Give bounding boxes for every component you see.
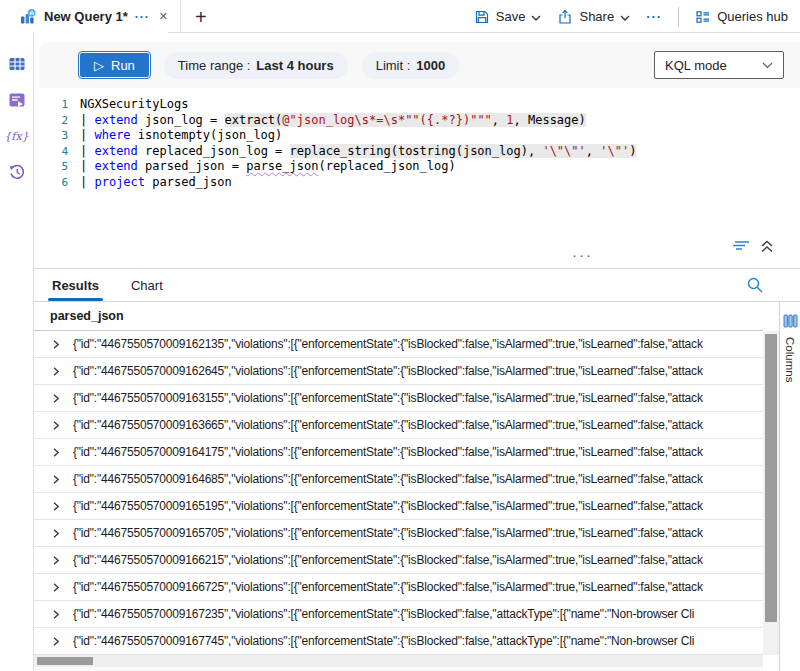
code-token: json_log = (138, 113, 225, 127)
code-text: | extend json_log = extract(@"json_log\s… (80, 113, 586, 129)
table-row[interactable]: {"id":"4467550570009162645","violations"… (34, 358, 763, 385)
row-json-text: {"id":"4467550570009162135","violations"… (73, 337, 703, 351)
tab-chart[interactable]: Chart (129, 269, 165, 301)
row-json-text: {"id":"4467550570009166215","violations"… (73, 553, 703, 567)
functions-icon[interactable]: {fx} (8, 127, 26, 145)
query-editor[interactable]: 1NGXSecurityLogs 2| extend json_log = ex… (34, 88, 800, 239)
code-token: | (80, 113, 94, 127)
code-token: @"json_log\s*=\s*""({.*?})""" (282, 113, 492, 127)
code-text: | extend parsed_json = parse_json(replac… (80, 159, 456, 175)
line-number: 1 (34, 97, 68, 113)
code-token: (replaced_json_log) (318, 159, 455, 173)
results-tabs: Results Chart (34, 269, 800, 302)
code-line[interactable]: 3| where isnotempty(json_log) (34, 128, 800, 144)
table-row[interactable]: {"id":"4467550570009164175","violations"… (34, 439, 763, 466)
table-row[interactable]: {"id":"4467550570009166725","violations"… (34, 574, 763, 601)
expand-chevron-icon[interactable] (51, 447, 61, 458)
expand-chevron-icon[interactable] (51, 555, 61, 566)
left-rail: {fx} (0, 33, 34, 671)
share-button[interactable]: Share (557, 9, 630, 25)
expand-chevron-icon[interactable] (51, 420, 61, 431)
vertical-scrollbar-thumb[interactable] (765, 334, 777, 622)
divider (678, 7, 679, 27)
code-token: | (80, 144, 94, 158)
table-row[interactable]: {"id":"4467550570009167235","violations"… (34, 601, 763, 628)
query-tab[interactable]: New Query 1* ··· ✕ (7, 0, 181, 33)
splitter-handle[interactable]: ··· (572, 246, 593, 263)
chevron-down-icon (762, 62, 773, 69)
chevron-down-icon (620, 15, 630, 21)
save-button[interactable]: Save (474, 9, 542, 25)
code-token: '\"' (600, 144, 629, 158)
save-label: Save (496, 9, 526, 24)
code-line[interactable]: 4| extend replaced_json_log = replace_st… (34, 144, 800, 160)
query-editor-icon[interactable] (8, 91, 26, 109)
share-label: Share (579, 9, 614, 24)
time-range-picker[interactable]: Time range : Last 4 hours (164, 52, 348, 79)
table-row[interactable]: {"id":"4467550570009165705","violations"… (34, 520, 763, 547)
row-json-text: {"id":"4467550570009164175","violations"… (73, 445, 703, 459)
code-line[interactable]: 2| extend json_log = extract(@"json_log\… (34, 113, 800, 129)
kql-mode-select[interactable]: KQL mode (654, 51, 784, 79)
line-number: 5 (34, 159, 68, 175)
bottom-filler (34, 667, 763, 671)
table-row[interactable]: {"id":"4467550570009163665","violations"… (34, 412, 763, 439)
column-header-parsed-json[interactable]: parsed_json (34, 302, 763, 331)
row-json-text: {"id":"4467550570009167235","violations"… (73, 607, 694, 621)
limit-picker[interactable]: Limit : 1000 (362, 52, 460, 79)
tab-results[interactable]: Results (50, 269, 101, 301)
expand-chevron-icon[interactable] (51, 501, 61, 512)
search-icon[interactable] (746, 276, 764, 298)
table-row[interactable]: {"id":"4467550570009162135","violations"… (34, 331, 763, 358)
panel-splitter[interactable]: ··· (34, 253, 800, 268)
tab-more-icon[interactable]: ··· (135, 10, 150, 24)
columns-panel-toggle[interactable]: Columns (779, 302, 800, 671)
table-row[interactable]: {"id":"4467550570009163155","violations"… (34, 385, 763, 412)
queries-hub-button[interactable]: Queries hub (695, 9, 788, 25)
tab-bar: New Query 1* ··· ✕ + Save (0, 0, 800, 33)
table-row[interactable]: {"id":"4467550570009165195","violations"… (34, 493, 763, 520)
table-row[interactable]: {"id":"4467550570009164685","violations"… (34, 466, 763, 493)
row-json-text: {"id":"4467550570009165195","violations"… (73, 499, 703, 513)
code-token: | (80, 159, 94, 173)
new-tab-button[interactable]: + (195, 7, 207, 27)
code-line[interactable]: 6| project parsed_json (34, 175, 800, 191)
code-token: '\"\"' (542, 144, 585, 158)
code-token: extend (94, 159, 137, 173)
queries-hub-icon (695, 9, 711, 25)
horizontal-scrollbar-thumb[interactable] (37, 657, 93, 665)
results-panel: Results Chart parsed_json {"id":"4467550… (34, 268, 800, 671)
code-token: parsed_json = (138, 159, 246, 173)
expand-chevron-icon[interactable] (51, 366, 61, 377)
expand-chevron-icon[interactable] (51, 582, 61, 593)
vertical-scrollbar[interactable] (763, 331, 779, 655)
query-toolbar: ▷ Run Time range : Last 4 hours Limit : … (39, 42, 800, 88)
table-row[interactable]: {"id":"4467550570009166215","violations"… (34, 547, 763, 574)
row-json-text: {"id":"4467550570009163665","violations"… (73, 418, 703, 432)
row-json-text: {"id":"4467550570009162645","violations"… (73, 364, 703, 378)
horizontal-scrollbar[interactable] (34, 655, 763, 667)
code-line[interactable]: 1NGXSecurityLogs (34, 97, 800, 113)
expand-chevron-icon[interactable] (51, 636, 61, 647)
line-number: 3 (34, 128, 68, 144)
format-lines-icon[interactable] (732, 240, 750, 252)
expand-chevron-icon[interactable] (51, 393, 61, 404)
expand-chevron-icon[interactable] (51, 609, 61, 620)
collapse-editor-icon[interactable] (760, 240, 774, 253)
table-row[interactable]: {"id":"4467550570009167745","violations"… (34, 628, 763, 655)
row-json-text: {"id":"4467550570009166725","violations"… (73, 580, 703, 594)
run-button[interactable]: ▷ Run (79, 52, 150, 78)
tab-close-icon[interactable]: ✕ (159, 10, 168, 23)
expand-chevron-icon[interactable] (51, 474, 61, 485)
results-body: parsed_json {"id":"4467550570009162135",… (34, 302, 800, 671)
expand-chevron-icon[interactable] (51, 528, 61, 539)
code-token: replaced_json_log = (138, 144, 290, 158)
code-token: extend (94, 144, 137, 158)
code-line[interactable]: 5| extend parsed_json = parse_json(repla… (34, 159, 800, 175)
save-icon (474, 9, 490, 25)
tables-icon[interactable] (8, 55, 26, 73)
expand-chevron-icon[interactable] (51, 339, 61, 350)
history-icon[interactable] (8, 163, 26, 181)
more-actions-button[interactable]: ··· (646, 9, 662, 24)
code-text: NGXSecurityLogs (80, 97, 188, 113)
